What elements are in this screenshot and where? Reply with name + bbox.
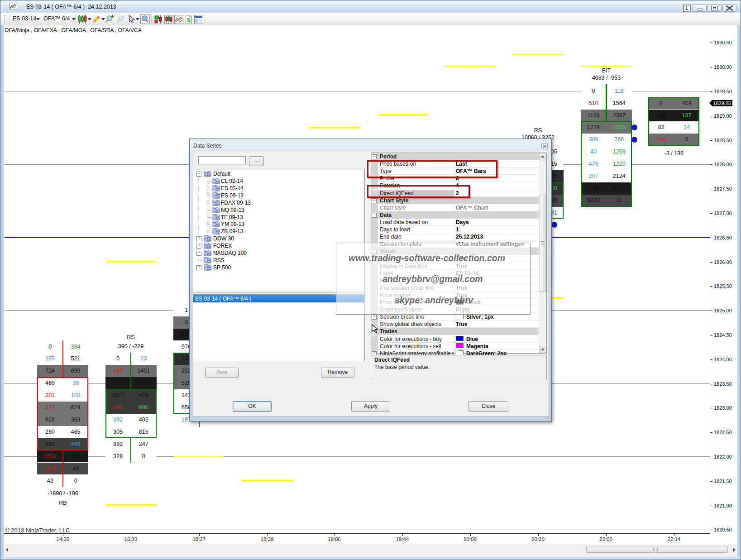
svg-text:$: $ <box>187 17 191 24</box>
